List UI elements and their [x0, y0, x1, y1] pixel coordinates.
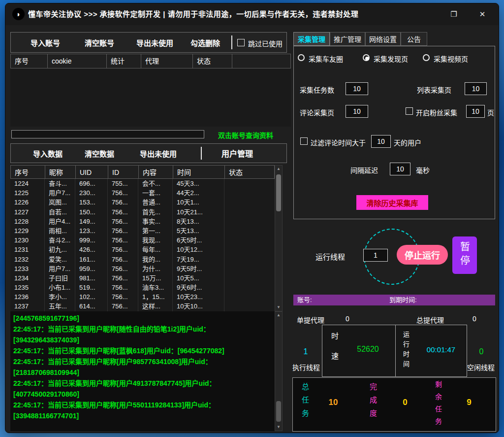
- account-search-input[interactable]: [11, 130, 204, 138]
- column-header: 内容: [139, 166, 173, 178]
- table-row[interactable]: 1237五年...614...756...这样...10天10...: [10, 302, 275, 311]
- comment-pages-input[interactable]: [346, 105, 368, 118]
- table-cell: 756...: [108, 302, 138, 311]
- radio-collect-discover-page[interactable]: [363, 54, 370, 61]
- log-scrollbar[interactable]: ▲ ▼: [275, 311, 283, 431]
- clear-accounts-button[interactable]: 清空账号: [85, 33, 114, 52]
- filter-days-input[interactable]: [371, 135, 391, 148]
- column-header: UID: [76, 166, 108, 178]
- table-cell: 岚图...: [45, 198, 75, 207]
- comment-pages-label: 评论采集页: [300, 107, 334, 117]
- fans-pages-input[interactable]: [466, 105, 485, 118]
- table-cell: 9天5时...: [173, 264, 224, 273]
- scrollbar-thumb[interactable]: [276, 174, 281, 211]
- tab-network-settings[interactable]: 网络设置: [365, 32, 401, 46]
- exec-threads-value: 1: [298, 347, 313, 356]
- check-delete-button[interactable]: 勾选删除: [190, 33, 220, 52]
- table-row[interactable]: 1227自若...150...756...首先...10天21...: [10, 207, 275, 217]
- table-cell: 1225: [10, 188, 45, 198]
- radio-collect-video-page[interactable]: [423, 54, 430, 61]
- table-cell: [224, 235, 275, 245]
- table-row[interactable]: 1231初九...426...756...每年...10天12...: [10, 245, 275, 254]
- fans-collect-checkbox[interactable]: [406, 107, 413, 115]
- speed-runtime-box: 时速 52620 运行时间 00:01:47: [322, 325, 467, 377]
- column-header: 状态: [193, 54, 232, 68]
- table-cell: 10天1...: [173, 198, 224, 207]
- import-data-button[interactable]: 导入数据: [33, 144, 63, 163]
- account-status-bar: 账号: 到期时间:: [293, 295, 495, 305]
- table-row[interactable]: 1236李小...102...756...1，15...10天23...: [10, 292, 275, 302]
- table-cell: 1237: [10, 302, 45, 311]
- table-cell: 15万...: [138, 273, 173, 283]
- radio-collect-friends-circle[interactable]: [298, 54, 305, 61]
- column-header: 代理: [141, 54, 193, 68]
- total-proxy-value: 0: [467, 315, 482, 323]
- tab-announcement[interactable]: 公告: [401, 32, 427, 46]
- user-table-scrollbar[interactable]: ▲ ▼: [275, 165, 283, 311]
- import-accounts-button[interactable]: 导入账号: [31, 33, 60, 52]
- table-cell: 1233: [10, 264, 45, 273]
- stop-run-button[interactable]: 停止运行: [397, 245, 448, 265]
- idle-threads-label: 空闲线程: [467, 362, 495, 372]
- toolbar-divider: [201, 147, 202, 160]
- scroll-up-icon[interactable]: ▲: [275, 312, 282, 319]
- table-row[interactable]: 1233用户7...959...756...为什...9天5时...: [10, 264, 275, 273]
- delay-input[interactable]: [390, 163, 410, 175]
- export-unused-data-button[interactable]: 导出未使用: [140, 144, 177, 163]
- scroll-up-icon[interactable]: ▲: [275, 166, 282, 172]
- tab-promotion-management[interactable]: 推广管理: [330, 32, 365, 46]
- table-row[interactable]: 1224奋斗...696...755...会不...45天3...: [10, 179, 275, 188]
- table-row[interactable]: 1235小布1...519...756...油车3...9天6时...: [10, 283, 275, 292]
- remain-label: 剩余任务: [433, 381, 443, 430]
- table-row[interactable]: 1229雨相...123...756...第一...5天13...: [10, 226, 275, 235]
- log-line: [4077450029170860]: [13, 389, 272, 400]
- table-cell: 1229: [10, 226, 45, 235]
- titlebar[interactable]: ◗ 懂车帝关注协议 >>> 承接软件定制开发 | 请勿用于非法用途，一切后果与作…: [5, 3, 499, 25]
- task-count-input[interactable]: [346, 82, 368, 95]
- total-tasks-value: 10: [323, 398, 343, 407]
- clear-history-button[interactable]: 清除历史采集库: [356, 195, 428, 210]
- scroll-down-icon[interactable]: ▼: [275, 304, 282, 311]
- log-line: [3943296438374039]: [13, 335, 272, 345]
- table-cell: 696...: [75, 179, 108, 188]
- table-cell: 1236: [10, 292, 45, 302]
- scroll-down-icon[interactable]: ▼: [275, 424, 282, 431]
- clear-data-button[interactable]: 清空数据: [85, 144, 114, 163]
- table-cell: 756...: [108, 198, 138, 207]
- pause-button[interactable]: 暂停: [452, 236, 477, 274]
- skip-used-checkbox[interactable]: [237, 39, 245, 46]
- table-cell: 10天10...: [173, 302, 224, 311]
- table-row[interactable]: 1232爱笑...161...756...我的...7天19...: [10, 255, 275, 264]
- filter-suffix-label: 天的用户: [394, 137, 421, 147]
- app-window: ◗ 懂车帝关注协议 >>> 承接软件定制开发 | 请勿用于非法用途，一切后果与作…: [5, 3, 499, 433]
- table-cell: [224, 273, 275, 283]
- log-area[interactable]: [2445768591677196]22:45:17：当前已采集到用户昵称[随性…: [10, 311, 275, 431]
- table-row[interactable]: 1226岚图...153...756...普通...10天1...: [10, 198, 275, 207]
- table-cell: 每年...: [138, 245, 173, 254]
- column-header: ID: [108, 166, 139, 178]
- table-cell: 李小...: [45, 292, 75, 302]
- table-cell: 用户7...: [45, 188, 75, 198]
- filter-comment-time-checkbox[interactable]: [300, 137, 308, 145]
- user-table-body[interactable]: 1224奋斗...696...755...会不...45天3...1225用户7…: [10, 179, 275, 311]
- column-header: cookie: [48, 54, 107, 68]
- table-cell: 161...: [75, 255, 108, 264]
- log-line: 22:45:17：当前已采集到用户昵称[蓝枫618]用户uid：[9645427…: [13, 345, 272, 356]
- scrollbar-thumb[interactable]: [276, 401, 281, 422]
- tab-collect-management[interactable]: 采集管理: [293, 32, 330, 46]
- user-management-button[interactable]: 用户管理: [221, 144, 253, 163]
- idle-threads-value: 0: [474, 347, 489, 356]
- export-unused-accounts-button[interactable]: 导出未使用: [136, 33, 173, 52]
- minimize-button[interactable]: ❐: [443, 3, 464, 25]
- thread-count-input[interactable]: [363, 249, 388, 262]
- table-row[interactable]: 1234子曰旧981...756...15万...10天5...: [10, 273, 275, 283]
- table-row[interactable]: 1228用户4...149...756...事实...8天13...: [10, 217, 275, 226]
- table-cell: 756...: [108, 273, 138, 283]
- table-row[interactable]: 1225用户7...230...756...一套...44天2...: [10, 188, 275, 198]
- account-table-body[interactable]: [10, 68, 291, 127]
- table-cell: [224, 188, 275, 198]
- log-line: 22:45:17：当前已采集到用户昵称[随性自由的铅笔1i2]用户uid：: [13, 324, 272, 335]
- table-row[interactable]: 1230奋斗2...999...756...我现...6天5时...: [10, 235, 275, 245]
- close-button[interactable]: ✕: [472, 3, 493, 25]
- list-pages-input[interactable]: [465, 82, 487, 95]
